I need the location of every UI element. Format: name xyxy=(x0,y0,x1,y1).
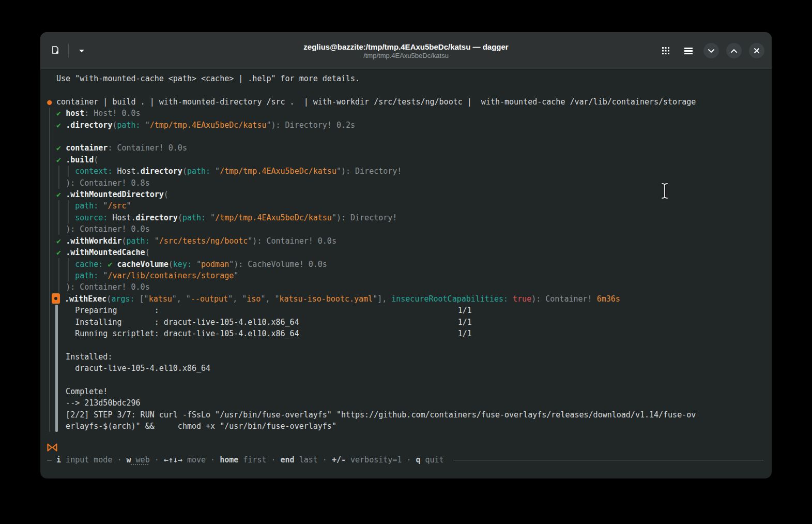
new-tab-button[interactable] xyxy=(48,43,63,58)
new-tab-icon xyxy=(50,46,60,56)
tab-overview-button[interactable] xyxy=(658,43,673,58)
keybinding-label: last xyxy=(295,455,318,465)
terminal-line: ● container | build . | with-mounted-dir… xyxy=(47,96,772,108)
keybinding-label: move xyxy=(182,455,206,465)
pipeline-indent-guide xyxy=(49,108,50,432)
statusbar-trailing-space xyxy=(444,455,449,465)
terminal-line: source: Host.directory(path: "/tmp/tmp.4… xyxy=(47,212,772,223)
statusbar-dash: — xyxy=(47,455,56,465)
minimize-button[interactable] xyxy=(703,43,719,58)
keybinding-label: input mode xyxy=(61,455,112,465)
terminal-line: ): Container! 0.0s xyxy=(47,281,772,293)
titlebar-left-controls xyxy=(48,32,89,69)
terminal-line: ✔ .directory(path: "/tmp/tmp.4EAxu5beDc/… xyxy=(47,119,772,131)
terminal-line: ✔ .withMountedDirectory( xyxy=(47,189,772,200)
indent-guide xyxy=(58,166,59,189)
terminal-line: Installing : dracut-live-105-4.el10.x86_… xyxy=(47,317,772,328)
terminal-line: .withExec(args: ["katsu", "--output", "i… xyxy=(47,293,772,305)
terminal-viewport[interactable]: Use "with-mounted-cache <path> <cache> |… xyxy=(40,70,772,478)
indent-guide xyxy=(58,200,59,235)
keybinding-statusbar: — i input mode · w web · ←↑↓→ move · hom… xyxy=(47,455,763,465)
keybinding-label: quit xyxy=(421,455,444,465)
grid-icon xyxy=(661,46,670,55)
maximize-button[interactable] xyxy=(726,43,742,58)
terminal-line: ✔ host: Host! 0.0s xyxy=(47,108,772,119)
terminal-line: ): Container! 0.0s xyxy=(47,223,772,235)
terminal-line: ✔ .withWorkdir(path: "/src/tests/ng/boot… xyxy=(47,235,772,247)
terminal-line: ): Container! 0.8s xyxy=(47,177,772,189)
desktop-background: zeglius@bazzite:/tmp/tmp.4EAxu5beDc/kats… xyxy=(0,0,812,524)
keybinding-key: i xyxy=(56,455,61,465)
chevron-down-icon xyxy=(708,49,715,53)
main-menu-button[interactable] xyxy=(681,43,696,58)
terminal-line: erlayfs-$(arch)" && chmod +x "/usr/bin/f… xyxy=(47,421,772,432)
running-step-marker xyxy=(52,293,60,304)
titlebar: zeglius@bazzite:/tmp/tmp.4EAxu5beDc/kats… xyxy=(40,32,772,70)
terminal-line: --> 213d50bdc296 xyxy=(47,397,772,409)
terminal-line xyxy=(47,131,772,142)
statusbar-separator: · xyxy=(266,455,280,465)
keybinding-key: end xyxy=(281,455,295,465)
terminal-line xyxy=(47,84,772,96)
terminal-line: path: "/src" xyxy=(47,200,772,212)
terminal-line: ✔ container: Container! 0.0s xyxy=(47,142,772,154)
indent-guide xyxy=(68,258,69,281)
keybinding-label: first xyxy=(238,455,266,465)
chevron-up-icon xyxy=(730,49,738,53)
terminal-line: Running scriptlet: dracut-live-105-4.el1… xyxy=(47,328,772,339)
terminal-output: Use "with-mounted-cache <path> <cache> |… xyxy=(40,70,772,432)
terminal-line: Preparing : 1/1 xyxy=(47,305,772,316)
statusbar-items: i input mode · w web · ←↑↓→ move · home … xyxy=(56,455,449,465)
terminal-line: [2/2] STEP 3/7: RUN curl -fSsLo "/usr/bi… xyxy=(47,409,772,421)
keybinding-key: q xyxy=(416,455,420,465)
terminal-window: zeglius@bazzite:/tmp/tmp.4EAxu5beDc/kats… xyxy=(40,32,772,478)
terminal-line: cache: ✔ cacheVolume(key: "podman"): Cac… xyxy=(47,259,772,270)
indent-guide xyxy=(68,200,69,223)
statusbar-separator: · xyxy=(112,455,126,465)
terminal-line: Use "with-mounted-cache <path> <cache> |… xyxy=(47,73,772,84)
active-step-guide xyxy=(55,305,58,432)
titlebar-separator xyxy=(68,44,69,57)
statusbar-separator: · xyxy=(206,455,220,465)
terminal-line: ✔ .build( xyxy=(47,154,772,166)
statusbar-separator: · xyxy=(318,455,332,465)
terminal-line: Installed: xyxy=(47,351,772,363)
keybinding-key: home xyxy=(220,455,238,465)
terminal-line xyxy=(47,375,772,386)
statusbar-separator: · xyxy=(402,455,416,465)
titlebar-right-controls xyxy=(658,32,764,69)
keybinding-label: web xyxy=(131,455,150,465)
statusbar-rule xyxy=(453,460,763,460)
keybinding-key: +/- xyxy=(332,455,346,465)
keybinding-key: w xyxy=(127,455,131,465)
chevron-down-icon xyxy=(78,48,85,53)
indent-guide xyxy=(68,166,69,177)
keybinding-key: ←↑↓→ xyxy=(164,455,182,465)
terminal-line: dracut-live-105-4.el10.x86_64 xyxy=(47,363,772,374)
close-icon xyxy=(754,48,760,54)
hamburger-menu-icon xyxy=(684,47,693,54)
terminal-line: path: "/var/lib/containers/storage" xyxy=(47,270,772,281)
terminal-line: ✔ .withMountedCache( xyxy=(47,247,772,258)
tab-list-dropdown-button[interactable] xyxy=(74,43,89,58)
keybinding-label: verbosity=1 xyxy=(346,455,402,465)
terminal-line: Complete! xyxy=(47,386,772,397)
indent-guide xyxy=(58,258,59,293)
close-button[interactable] xyxy=(749,43,764,58)
dagger-logo-icon xyxy=(47,443,57,455)
terminal-line: context: Host.directory(path: "/tmp/tmp.… xyxy=(47,166,772,177)
terminal-line xyxy=(47,339,772,351)
statusbar-separator: · xyxy=(150,455,164,465)
